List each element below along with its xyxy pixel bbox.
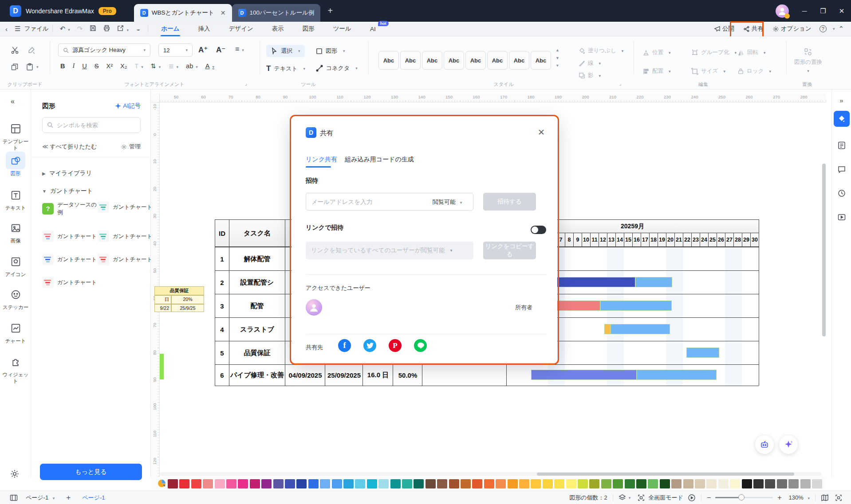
avatar[interactable]	[776, 4, 789, 18]
menu-tab-AI[interactable]: AIhot	[361, 22, 385, 36]
manage-button[interactable]: 管理	[121, 143, 141, 151]
palette-swatch[interactable]	[191, 479, 201, 488]
style-swatch[interactable]: Abc	[378, 51, 399, 70]
palette-swatch[interactable]	[461, 479, 471, 488]
palette-swatch[interactable]	[261, 479, 272, 488]
style-swatch[interactable]: Abc	[400, 51, 421, 70]
palette-swatch[interactable]	[226, 479, 236, 488]
palette-swatch[interactable]	[531, 479, 541, 488]
text-tool[interactable]: T テキスト▾	[266, 64, 305, 73]
style-gallery-arrows[interactable]: ▲▼⯆	[556, 48, 559, 69]
palette-swatch[interactable]	[285, 479, 295, 488]
section-gantt-chart[interactable]: ▼ガントチャート	[42, 187, 93, 195]
palette-swatch[interactable]	[671, 479, 682, 488]
hamburger-icon[interactable]: ☰	[15, 25, 20, 33]
tab-close-icon[interactable]: ✕	[221, 9, 226, 16]
palette-swatch[interactable]	[601, 479, 611, 488]
page-dropdown[interactable]: ページ-1 ▾	[26, 494, 55, 502]
lock-button[interactable]: ロック▾	[737, 67, 771, 75]
palette-swatch[interactable]	[613, 479, 623, 488]
font-decrease-button[interactable]: A⁻	[216, 45, 225, 55]
palette-swatch[interactable]	[179, 479, 189, 488]
select-tool[interactable]: 選択▾	[266, 45, 305, 57]
sidebar-item-テンプレート[interactable]: テンプレート	[0, 120, 31, 152]
sidebar-item-ウィジェット[interactable]: ウィジェット	[0, 353, 31, 385]
shape-item[interactable]: ガントチャート	[42, 254, 98, 265]
palette-swatch[interactable]	[742, 479, 752, 488]
fit-screen-icon[interactable]	[835, 494, 842, 501]
cut-icon[interactable]	[11, 46, 19, 55]
share-twitter-icon[interactable]	[363, 339, 376, 352]
palette-swatch[interactable]	[800, 479, 811, 488]
minimap-icon[interactable]	[821, 494, 829, 501]
sidebar-item-テキスト[interactable]: テキスト	[0, 186, 31, 211]
palette-swatch[interactable]	[718, 479, 729, 488]
new-tab-button[interactable]: +	[327, 6, 333, 16]
zoom-out-button[interactable]: −	[707, 494, 711, 502]
palette-swatch[interactable]	[706, 479, 717, 488]
share-pinterest-icon[interactable]: P	[389, 339, 402, 352]
palette-swatch[interactable]	[777, 479, 787, 488]
permission-select[interactable]: 閲覧可能 ▾	[433, 198, 462, 206]
maximize-button[interactable]: ❐	[814, 7, 832, 15]
export-icon[interactable]: ▾	[117, 25, 129, 33]
palette-swatch[interactable]	[215, 479, 225, 488]
sidebar-item-図形[interactable]: 図形	[0, 152, 31, 177]
fullscreen-label[interactable]: 全画面モード	[648, 494, 683, 502]
palette-swatch[interactable]	[812, 479, 822, 488]
back-icon[interactable]: ‹	[5, 25, 8, 33]
palette-swatch[interactable]	[566, 479, 576, 488]
palette-swatch[interactable]	[238, 479, 248, 488]
undo-icon[interactable]: ↶▾	[60, 25, 70, 33]
palette-swatch[interactable]	[343, 479, 354, 488]
arrange-button[interactable]: 配置▾	[642, 67, 671, 75]
tab-link-share[interactable]: リンク共有	[306, 156, 337, 164]
redo-icon[interactable]: ↷	[77, 25, 83, 33]
palette-swatch[interactable]	[496, 479, 506, 488]
copy-icon[interactable]	[11, 63, 19, 71]
zoom-slider[interactable]	[715, 497, 773, 498]
menu-tab-図形[interactable]: 図形	[293, 22, 324, 36]
shape-item[interactable]: ?データソースの例	[42, 201, 98, 216]
palette-swatch[interactable]	[484, 479, 494, 488]
close-button[interactable]: ✕	[832, 7, 851, 15]
file-menu[interactable]: ファイル	[24, 25, 48, 33]
style-swatch[interactable]: Abc	[422, 51, 442, 70]
palette-swatch[interactable]	[332, 479, 342, 488]
palette-swatch[interactable]	[402, 479, 412, 488]
menu-tab-ホーム[interactable]: ホーム	[152, 22, 189, 36]
outline-panel-icon[interactable]	[837, 141, 846, 152]
palette-swatch[interactable]	[203, 479, 213, 488]
shape-item[interactable]: ガントチャート	[42, 231, 98, 242]
format-line-spacing[interactable]: ⇅▾	[151, 63, 161, 70]
sidebar-item-画像[interactable]: 画像	[0, 219, 31, 244]
play-icon[interactable]	[688, 494, 696, 502]
rotate-button[interactable]: 回転▾	[737, 49, 766, 56]
settings-gear-icon[interactable]	[10, 469, 20, 479]
palette-swatch[interactable]	[648, 479, 658, 488]
more-button[interactable]: もっと見る	[40, 464, 142, 480]
style-swatch[interactable]: Abc	[465, 51, 486, 70]
document-tab[interactable]: D100パーセントルール例	[232, 4, 321, 22]
palette-swatch[interactable]	[508, 479, 518, 488]
color-picker-icon[interactable]	[157, 479, 166, 488]
collapse-ribbon-icon[interactable]: ⌃	[838, 25, 844, 33]
format-superscript[interactable]: X²	[106, 63, 113, 70]
palette-swatch[interactable]	[543, 479, 553, 488]
palette-swatch[interactable]	[625, 479, 635, 488]
menu-tab-デザイン[interactable]: デザイン	[220, 22, 263, 36]
vertical-scrollbar[interactable]	[822, 102, 826, 474]
palette-swatch[interactable]	[519, 479, 529, 488]
sparkle-button[interactable]	[779, 435, 798, 454]
symbol-search[interactable]	[42, 117, 141, 133]
format-italic[interactable]: I	[72, 62, 75, 70]
style-swatch[interactable]: Abc	[509, 51, 529, 70]
sidebar-item-ステッカー[interactable]: ステッカー	[0, 285, 31, 311]
link-invite-toggle[interactable]	[531, 226, 546, 234]
font-family-select[interactable]: 源真ゴシック Heavy ▾	[58, 43, 150, 57]
invite-button[interactable]: 招待する	[483, 193, 536, 211]
zoom-in-button[interactable]: +	[777, 494, 781, 502]
palette-swatch[interactable]	[660, 479, 670, 488]
document-tab[interactable]: DWBSとガントチャート✕	[134, 4, 232, 22]
font-size-select[interactable]: 12▾	[158, 43, 193, 57]
